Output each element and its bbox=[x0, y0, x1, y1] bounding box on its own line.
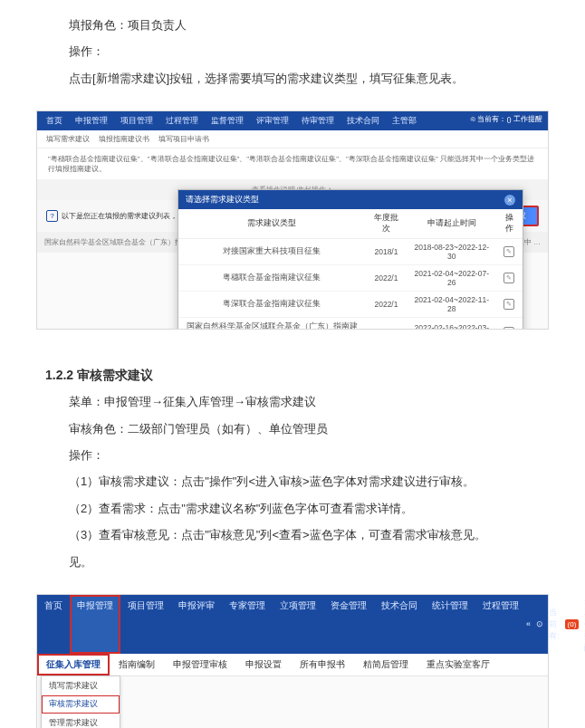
menu-item[interactable]: 立项管理 bbox=[273, 595, 323, 654]
reminder-count: (0) bbox=[565, 619, 580, 629]
menu-path: 菜单：申报管理→征集入库管理→审核需求建议 bbox=[45, 391, 540, 412]
menu-item[interactable]: 资金管理 bbox=[323, 595, 374, 654]
cell-period: 2021-02-04~2022-11-28 bbox=[408, 292, 496, 318]
shot2-submenu: 征集入库管理 指南编制 申报管理审核 申报设置 所有申报书 精简后管理 重点实验… bbox=[37, 654, 548, 676]
col-batch: 年度批次 bbox=[365, 209, 408, 239]
menu-item[interactable]: 待审管理 bbox=[302, 115, 334, 127]
submenu-item[interactable]: 填报指南建议书 bbox=[99, 134, 149, 144]
work-reminder[interactable]: « ⊙ 当前有: (0) 条工作提醒 bbox=[526, 595, 585, 654]
select-type-dialog: 请选择需求建议类型 × 需求建议类型 年度批次 申请起止时间 操作 对接国家重大… bbox=[177, 189, 523, 330]
menu-item[interactable]: 技术合同 bbox=[347, 115, 379, 127]
menu-item[interactable]: 过程管理 bbox=[475, 595, 526, 654]
op-1: （1）审核需求建议：点击"操作"列<进入审核>蓝色字体对需求建议进行审核。 bbox=[45, 471, 540, 492]
cell-batch: 2022/1 bbox=[365, 265, 408, 292]
menu-item[interactable]: 专家管理 bbox=[222, 595, 273, 654]
cell-type: 粤穗联合基金指南建议征集 bbox=[178, 265, 365, 292]
menu-item[interactable]: 监督管理 bbox=[211, 115, 244, 127]
menu-item[interactable]: 过程管理 bbox=[166, 115, 198, 127]
shot2-top-menu: 首页 申报管理 项目管理 申报评审 专家管理 立项管理 资金管理 技术合同 统计… bbox=[37, 595, 548, 654]
tab[interactable]: 申报设置 bbox=[236, 654, 291, 675]
section-title: 1.2.2 审核需求建议 bbox=[45, 368, 540, 384]
tab[interactable]: 所有申报书 bbox=[291, 654, 354, 675]
work-reminder[interactable]: ⊙ 当前有：() 工作提醒 bbox=[470, 114, 542, 124]
dd-item[interactable]: 填写需求建议 bbox=[42, 676, 120, 695]
cell-period: 2022-02-16~2022-03-31 bbox=[408, 318, 496, 330]
cell-type: 对接国家重大科技项目征集 bbox=[178, 239, 365, 265]
collect-dropdown: 填写需求建议 审核需求建议 管理需求建议 查询需求建议 bbox=[41, 675, 120, 728]
dialog-title: 请选择需求建议类型 bbox=[186, 194, 259, 206]
op-3: （3）查看审核意见：点击"审核意见"列<查看>蓝色字体，可查看需求审核意见。 bbox=[45, 524, 540, 545]
menu-item[interactable]: 统计管理 bbox=[425, 595, 475, 654]
review-role: 审核角色：二级部门管理员（如有）、单位管理员 bbox=[45, 418, 540, 439]
col-op: 操作 bbox=[496, 209, 523, 239]
dialog-row[interactable]: 粤穗联合基金指南建议征集2022/12021-02-04~2022-07-26✎ bbox=[178, 265, 523, 292]
menu-item[interactable]: 首页 bbox=[37, 595, 70, 654]
op-label2: 操作： bbox=[45, 445, 540, 465]
op-3b: 见。 bbox=[45, 551, 540, 572]
screenshot-2: 首页 申报管理 项目管理 申报评审 专家管理 立项管理 资金管理 技术合同 统计… bbox=[36, 594, 549, 728]
write-icon[interactable]: ✎ bbox=[503, 246, 514, 257]
shot1-top-menu: 首页 申报管理 项目管理 过程管理 监督管理 评审管理 待审管理 技术合同 主管… bbox=[37, 111, 548, 130]
op-desc: 点击[新增需求建议]按钮，选择需要填写的需求建议类型，填写征集意见表。 bbox=[45, 68, 540, 89]
shot1-desc: "粤穗联合基金指南建议征集"、"粤港联合基金指南建议征集"、"粤港联合基金指南建… bbox=[37, 148, 548, 179]
dialog-row[interactable]: 国家自然科学基金区域联合基金（广东）指南建议征集2022/12022-02-16… bbox=[178, 318, 523, 330]
bell-icon: ⊙ bbox=[536, 619, 543, 628]
cell-batch: 2022/1 bbox=[365, 292, 408, 318]
col-period: 申请起止时间 bbox=[408, 209, 496, 239]
shot1-submenu: 填写需求建议 填报指南建议书 填写项目申请书 bbox=[37, 130, 548, 148]
menu-item[interactable]: 项目管理 bbox=[120, 115, 153, 127]
cell-batch: 2022/1 bbox=[365, 318, 408, 330]
reminder-label: 当前有: bbox=[549, 607, 560, 642]
col-type: 需求建议类型 bbox=[178, 209, 365, 239]
cell-type: 国家自然科学基金区域联合基金（广东）指南建议征集 bbox=[178, 318, 365, 330]
menu-item[interactable]: 评审管理 bbox=[256, 115, 289, 127]
menu-item[interactable]: 申报管理 bbox=[75, 115, 108, 127]
menu-item[interactable]: 申报评审 bbox=[171, 595, 222, 654]
op-2: （2）查看需求：点击"需求建议名称"列蓝色字体可查看需求详情。 bbox=[45, 498, 540, 519]
submenu-item[interactable]: 填写需求建议 bbox=[46, 134, 90, 144]
menu-item[interactable]: 技术合同 bbox=[374, 595, 425, 654]
type-table: 需求建议类型 年度批次 申请起止时间 操作 对接国家重大科技项目征集2018/1… bbox=[178, 209, 523, 330]
menu-item[interactable]: 项目管理 bbox=[120, 595, 171, 654]
dialog-row[interactable]: 粤深联合基金指南建议征集2022/12021-02-04~2022-11-28✎ bbox=[178, 292, 523, 318]
screenshot-1: 首页 申报管理 项目管理 过程管理 监督管理 评审管理 待审管理 技术合同 主管… bbox=[36, 110, 549, 330]
tab[interactable]: 精简后管理 bbox=[354, 654, 417, 675]
tab[interactable]: 申报管理审核 bbox=[164, 654, 236, 675]
cell-period: 2021-02-04~2022-07-26 bbox=[408, 265, 496, 292]
cell-batch: 2018/1 bbox=[365, 239, 408, 265]
close-icon[interactable]: × bbox=[504, 195, 515, 206]
dd-item[interactable]: 管理需求建议 bbox=[42, 714, 120, 728]
write-icon[interactable]: ✎ bbox=[503, 273, 514, 283]
help-icon: ? bbox=[46, 210, 58, 222]
tab[interactable]: 重点实验室客厅 bbox=[417, 654, 499, 675]
dd-item-review[interactable]: 审核需求建议 bbox=[42, 695, 120, 714]
submenu-item[interactable]: 填写项目申请书 bbox=[158, 134, 209, 144]
menu-item[interactable]: 首页 bbox=[46, 115, 62, 127]
tab-collect[interactable]: 征集入库管理 bbox=[37, 654, 110, 675]
cell-period: 2018-08-23~2022-12-30 bbox=[408, 239, 496, 265]
dialog-row[interactable]: 对接国家重大科技项目征集2018/12018-08-23~2022-12-30✎ bbox=[178, 239, 523, 265]
menu-item[interactable]: 主管部 bbox=[392, 115, 417, 127]
op-label: 操作： bbox=[45, 41, 540, 62]
write-icon[interactable]: ✎ bbox=[503, 299, 514, 310]
tab[interactable]: 指南编制 bbox=[110, 654, 164, 675]
menu-item-hl[interactable]: 申报管理 bbox=[70, 595, 120, 654]
role-line: 填报角色：项目负责人 bbox=[45, 14, 540, 35]
write-icon[interactable]: ✎ bbox=[503, 327, 514, 330]
cell-type: 粤深联合基金指南建议征集 bbox=[178, 292, 365, 318]
